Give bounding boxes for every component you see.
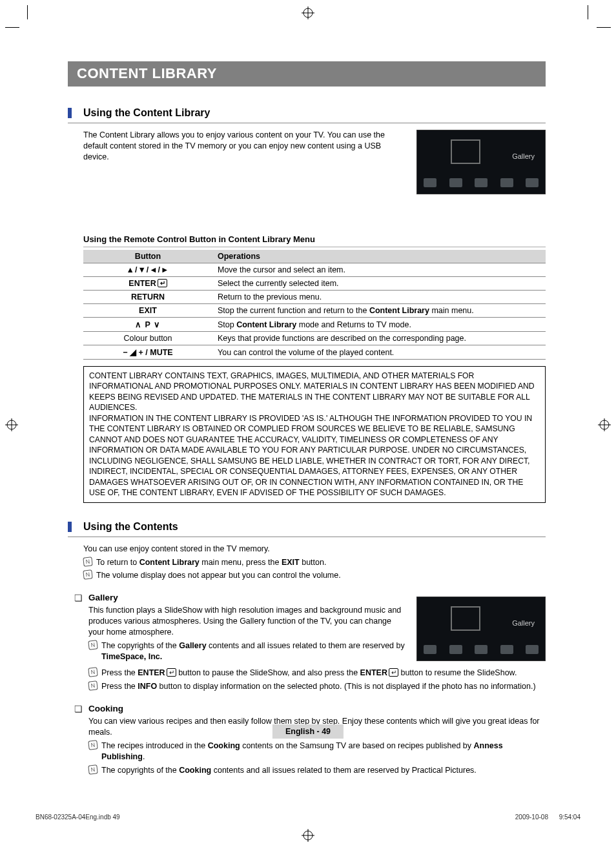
table-header-operations: Operations — [212, 250, 546, 263]
table-header-row: Button Operations — [83, 250, 546, 263]
footer-filename: BN68-02325A-04Eng.indb 49 — [36, 813, 120, 821]
section-intro-text: You can use enjoy content stored in the … — [83, 544, 546, 555]
note-item: NPress the ENTER↵ button to pause the Sl… — [88, 668, 546, 679]
crop-mark — [588, 5, 588, 19]
note-item: NTo return to Content Library main menu,… — [83, 557, 546, 568]
subsection-gallery: Gallery — [74, 593, 546, 602]
note-item: NThe copyrights of the Gallery contents … — [88, 640, 411, 662]
table-row: − ◢ + / MUTEYou can control the volume o… — [83, 345, 546, 360]
table-row: ∧ P ∨Stop Content Library mode and Retur… — [83, 318, 546, 332]
table-row: Colour buttonKeys that provide functions… — [83, 332, 546, 345]
page-content: CONTENT LIBRARY Using the Content Librar… — [68, 61, 546, 775]
table-row: ▲/▼/◄/►Move the cursor and select an ite… — [83, 263, 546, 277]
note-item: NPress the INFO button to display inform… — [88, 681, 546, 692]
section-heading-using-contents: Using the Contents — [68, 521, 546, 537]
chapter-title: CONTENT LIBRARY — [68, 61, 546, 87]
crop-mark — [5, 27, 19, 28]
note-icon: N — [88, 680, 98, 690]
note-icon: N — [88, 640, 98, 650]
note-icon: N — [83, 557, 92, 566]
footer-timestamp: 2009-10-08 9:54:04 — [515, 813, 580, 821]
section-intro-text: The Content Library allows you to enjoy … — [83, 130, 406, 163]
table-row: EXITStop the current function and return… — [83, 304, 546, 318]
registration-mark-icon — [302, 6, 314, 19]
crop-mark — [27, 5, 28, 19]
note-item: NThe copyrights of the Cooking contents … — [88, 765, 546, 776]
note-item: NThe recipes introduced in the Cooking c… — [88, 741, 546, 762]
remote-buttons-table: Button Operations ▲/▼/◄/►Move the cursor… — [83, 250, 546, 360]
page-number: English - 49 — [272, 724, 344, 739]
note-icon: N — [83, 570, 92, 580]
note-icon: N — [88, 740, 98, 750]
tv-screenshot-thumbnail: Gallery — [416, 130, 546, 194]
note-icon: N — [88, 668, 98, 677]
disclaimer-box: CONTENT LIBRARY CONTAINS TEXT, GRAPHICS,… — [83, 366, 546, 503]
subsection-heading-remote: Using the Remote Control Button in Conte… — [83, 234, 546, 247]
subsection-cooking: Cooking — [74, 704, 546, 713]
registration-mark-icon — [5, 418, 18, 431]
note-icon: N — [88, 764, 98, 774]
section-heading-using-content-library: Using the Content Library — [68, 107, 546, 123]
registration-mark-icon — [598, 418, 611, 431]
note-item: NThe volume display does not appear but … — [83, 570, 546, 581]
table-row: ENTER↵Select the currently selected item… — [83, 277, 546, 291]
registration-mark-icon — [302, 829, 314, 842]
table-header-button: Button — [83, 250, 212, 263]
gallery-body: This function plays a SlideShow with hig… — [88, 605, 418, 638]
table-row: RETURNReturn to the previous menu. — [83, 291, 546, 304]
tv-screenshot-thumbnail: Gallery — [416, 597, 546, 661]
crop-mark — [597, 27, 611, 28]
